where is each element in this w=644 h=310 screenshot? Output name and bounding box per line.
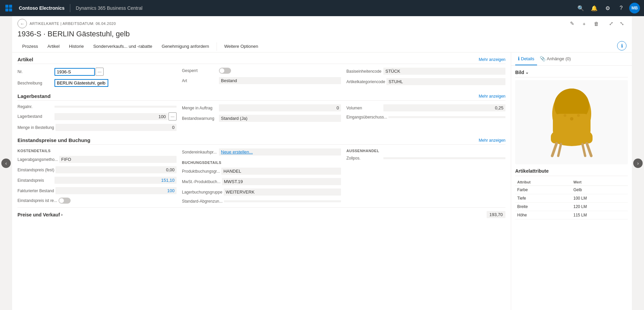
preise-arrow-icon: › <box>61 212 63 217</box>
kostendetails-label: KOSTENDETAILS <box>17 147 177 153</box>
collapse-button[interactable]: ⤡ <box>617 19 627 28</box>
einstandspreis-fest-label: Einstandspreis (fest) <box>17 168 55 172</box>
attr-header-wert: Wert <box>571 179 628 186</box>
anhange-icon: 📎 <box>540 56 545 61</box>
einstandspreis-track[interactable] <box>59 198 71 204</box>
einstandspreise-section-header: Einstandspreise und Buchung Mehr anzeige… <box>17 137 505 145</box>
tab-historie[interactable]: Historie <box>64 41 88 52</box>
breadcrumb-bar: ← ARTIKELKARTE | ARBEITSDATUM: 06.04.202… <box>17 19 627 28</box>
artikelkategoriencode-value: STUHL <box>386 78 505 85</box>
artikel-section-title: Artikel <box>17 57 33 62</box>
artikelkategoriencode-label: Artikelkategoriencode <box>346 79 386 84</box>
bestandswarnung-label: Bestandswarnung <box>182 116 219 121</box>
fakturierter-bestand-value: 100 <box>55 187 177 194</box>
top-navigation: Contoso Electronics Dynamics 365 Busines… <box>0 0 644 16</box>
menge-bestellung-label: Menge in Bestellung <box>17 125 55 130</box>
standard-abgrenzun-field: Standard-Abgrenzun... <box>182 198 341 205</box>
tab-details[interactable]: ℹ Details <box>515 53 537 65</box>
breadcrumb: ARTIKELKARTE | ARBEITSDATUM: 06.04.2020 <box>30 22 116 26</box>
two-column-layout: Artikel Mehr anzeigen Nr. ··· Beschreibu… <box>12 53 632 310</box>
einstandspreise-mehr-anzeigen[interactable]: Mehr anzeigen <box>479 138 505 143</box>
avatar[interactable]: MB <box>629 3 640 13</box>
company-name[interactable]: Contoso Electronics <box>19 5 65 11</box>
gesperrt-thumb <box>220 68 224 73</box>
details-tab-label: Details <box>521 56 534 61</box>
svg-rect-2 <box>5 8 8 11</box>
artikel-section-header: Artikel Mehr anzeigen <box>17 57 505 64</box>
artikel-mehr-anzeigen[interactable]: Mehr anzeigen <box>479 57 505 62</box>
header-actions: ✎ + 🗑 <box>567 19 601 28</box>
lagerabgangsmetho-value: FIFO <box>59 156 177 163</box>
edit-button[interactable]: ✎ <box>567 19 577 28</box>
nr-more-button[interactable]: ··· <box>96 68 104 76</box>
help-icon[interactable]: ? <box>616 3 627 13</box>
nr-label: Nr. <box>17 69 54 74</box>
settings-icon[interactable]: ⚙ <box>602 3 613 13</box>
zollpos-field: Zollpos. <box>346 155 505 162</box>
chair-image-area <box>515 80 628 164</box>
regalnr-field: Regalnr. <box>17 103 177 110</box>
lagerabgangsmetho-field: Lagerabgangsmetho... FIFO <box>17 155 177 164</box>
expand-button[interactable]: ⤢ <box>606 19 616 28</box>
svg-point-14 <box>564 114 566 117</box>
attribute-name: Breite <box>515 203 571 211</box>
einstandspreis-fest-field: Einstandspreis (fest) 0,00 <box>17 165 177 174</box>
prev-record-circle[interactable]: ‹ <box>1 159 11 168</box>
gesperrt-toggle[interactable] <box>219 68 231 74</box>
svg-line-12 <box>582 144 585 156</box>
fakturierter-bestand-field: Fakturierter Bestand 100 <box>17 186 177 195</box>
right-panel-tabs: ℹ Details 📎 Anhänge (0) <box>511 53 632 66</box>
search-icon[interactable]: 🔍 <box>575 3 586 13</box>
attribute-value: 115 LM <box>571 211 628 219</box>
beschreibung-input[interactable] <box>54 79 108 87</box>
einstandspreis-toggle[interactable] <box>59 198 71 204</box>
mwst-produktbuch-label: MwSt.-Produktbuch... <box>182 179 222 184</box>
tab-sonderverkauf[interactable]: Sonderverkaufs... und -rabatte <box>88 41 157 52</box>
app-title: Dynamics 365 Business Central <box>76 5 142 11</box>
menge-bestellung-value: 0 <box>55 124 177 131</box>
back-button[interactable]: ← <box>17 19 27 28</box>
sondereinkaufspr-label: Sondereinkaufspr... <box>182 150 219 154</box>
basiseinheitencode-value: STÜCK <box>383 68 505 75</box>
prev-record-button[interactable]: ‹ <box>0 16 12 310</box>
delete-button[interactable]: 🗑 <box>592 19 601 28</box>
next-record-button[interactable]: › <box>632 16 644 310</box>
tab-anhange[interactable]: 📎 Anhänge (0) <box>537 53 574 65</box>
lagerbuchungsgruppe-label: Lagerbuchungsgruppe <box>182 190 224 195</box>
produktbuchungsgr-label: Produktbuchungsgr... <box>182 169 221 174</box>
artikel-col3: Basiseinheitencode STÜCK Artikelkategori… <box>346 67 505 88</box>
next-record-circle[interactable]: › <box>633 159 643 168</box>
info-button[interactable]: ℹ <box>617 41 627 50</box>
add-button[interactable]: + <box>579 19 589 28</box>
svg-line-9 <box>552 143 557 156</box>
einstandspreis-field: Einstandspreis 151,10 <box>17 176 177 185</box>
gesperrt-track[interactable] <box>219 68 231 74</box>
einstandspreis-value: 151,10 <box>54 177 177 184</box>
lager-col1: Regalnr. Lagerbestand 100 ··· Menge in B… <box>17 103 177 132</box>
attributes-title: Artikelattribute <box>515 168 628 176</box>
volumen-field: Volumen 0,25 <box>346 103 505 112</box>
lagerbestand-label: Lagerbestand <box>17 114 54 119</box>
lagerbestand-more-button[interactable]: ··· <box>168 112 177 120</box>
lagerbestand-mehr-anzeigen[interactable]: Mehr anzeigen <box>479 94 505 99</box>
sondereinkaufspr-value[interactable]: Neue erstellen... <box>219 148 341 156</box>
bild-title: Bild <box>515 70 524 75</box>
regalnr-label: Regalnr. <box>17 104 54 109</box>
preise-title[interactable]: Preise und Verkauf › <box>17 212 63 217</box>
svg-rect-0 <box>5 5 8 8</box>
app-grid-icon[interactable] <box>4 3 13 13</box>
nr-input[interactable] <box>54 68 95 76</box>
tab-prozess[interactable]: Prozess <box>17 41 43 52</box>
tab-genehmigung[interactable]: Genehmigung anfordern <box>157 41 214 52</box>
menge-auftrag-field: Menge in Auftrag 0 <box>182 103 341 112</box>
attribute-row: Breite 120 LM <box>515 203 628 211</box>
bild-chevron-icon[interactable]: ⌄ <box>525 70 529 75</box>
attribute-name: Tiefe <box>515 194 571 203</box>
notification-icon[interactable]: 🔔 <box>589 3 600 13</box>
beschreibung-field: Beschreibung <box>17 78 177 88</box>
anhange-tab-label: Anhänge (0) <box>547 56 571 61</box>
svg-point-13 <box>570 117 573 120</box>
buchungsdetails-label: BUCHUNGSDETAILS <box>182 159 341 165</box>
tab-artikel[interactable]: Artikel <box>43 41 64 52</box>
tab-weitere[interactable]: Weitere Optionen <box>220 41 263 52</box>
